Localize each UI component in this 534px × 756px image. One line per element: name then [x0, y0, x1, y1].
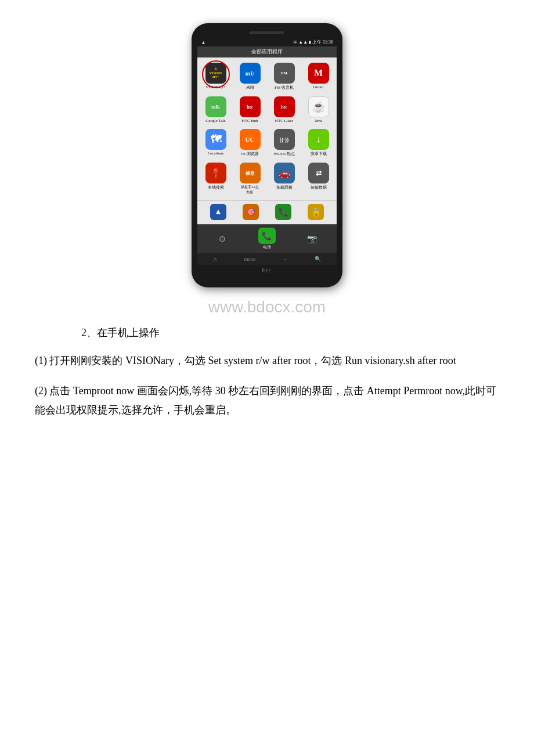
- app-locations-icon: 🗺: [205, 129, 226, 150]
- app-dashboard-label: 车载面板: [276, 185, 293, 190]
- app-locations[interactable]: 🗺 Locations: [199, 126, 233, 160]
- instruction-1: (1) 打开刚刚安装的 VISIONary，勾选 Set system r/w …: [35, 351, 456, 370]
- app-dashboard[interactable]: 🚗 车载面板: [267, 160, 301, 198]
- app-htchub[interactable]: htc HTC Hub: [233, 93, 267, 126]
- app-uc-icon: UC: [240, 129, 261, 150]
- watermark: www.bdocx.com: [35, 298, 499, 316]
- app-grid: ⚠VISIONary+ VISIONary+ mi: 米聊 FM: [197, 57, 337, 200]
- app-gmail-label: Gmail: [313, 85, 324, 89]
- app-htclikes-icon: htc: [274, 96, 295, 117]
- app-htclikes[interactable]: htc HTC Likes: [267, 93, 301, 126]
- hw-menu[interactable]: menu: [244, 256, 255, 262]
- app-anzhi-label: 安卓下载: [311, 151, 327, 157]
- phone-wrapper: ▲ ≋ ▲▲ ▮ 上午 11:36 全部应用程序: [35, 23, 499, 287]
- app-fm[interactable]: FM FM 收音机: [267, 60, 301, 93]
- app-fm-icon: FM: [274, 63, 295, 84]
- app-uc[interactable]: UC UC浏览器: [233, 126, 267, 160]
- app-gmail[interactable]: M Gmail: [301, 60, 335, 93]
- app-visionary-icon: ⚠VISIONary+: [205, 63, 226, 84]
- app-java-icon: ☕: [308, 96, 329, 117]
- app-extra1[interactable]: ▲: [209, 203, 228, 222]
- phone-device: ▲ ≋ ▲▲ ▮ 上午 11:36 全部应用程序: [192, 23, 342, 287]
- app-transfer-icon: ⇄: [308, 163, 329, 183]
- app-extra2[interactable]: 🎯: [241, 203, 260, 222]
- status-left: ▲: [201, 39, 206, 45]
- dock-back[interactable]: ⊙: [214, 231, 231, 247]
- app-htchub-icon: htc: [240, 96, 261, 117]
- dock-phone-icon: 📞: [258, 228, 276, 244]
- page-content: ▲ ≋ ▲▲ ▮ 上午 11:36 全部应用程序: [35, 23, 499, 431]
- phone-speaker: [250, 31, 284, 34]
- status-right: ≋ ▲▲ ▮ 上午 11:36: [293, 39, 333, 45]
- app-extra1-icon: ▲: [210, 204, 226, 220]
- wifi-icon: ≋: [293, 39, 297, 45]
- phone-dock: ⊙ 📞 电话 📷: [197, 224, 337, 253]
- app-dashboard-icon: 🚗: [274, 163, 295, 183]
- app-wlan[interactable]: ((·)) WLAN 热点: [267, 126, 301, 160]
- hw-home[interactable]: △: [213, 256, 217, 262]
- dock-camera-icon: 📷: [303, 231, 320, 247]
- phone-top-bar: [197, 31, 337, 34]
- battery-icon: ▮: [309, 40, 311, 45]
- section-title: 2、在手机上操作: [81, 326, 160, 340]
- app-local[interactable]: 📍 本地搜索: [199, 160, 233, 198]
- dock-phone-label: 电话: [263, 244, 271, 250]
- time-display: 上午 11:36: [312, 39, 333, 45]
- app-extra2-icon: 🎯: [243, 204, 259, 220]
- hw-back[interactable]: ←: [283, 256, 288, 262]
- extra-row: ▲ 🎯 📞 🔒: [197, 200, 337, 224]
- app-fm-label: FM 收音机: [275, 85, 294, 91]
- app-htclikes-label: HTC Likes: [275, 118, 293, 123]
- app-wlan-icon: ((·)): [274, 129, 295, 150]
- app-local-icon: 📍: [205, 163, 226, 183]
- app-local-label: 本地搜索: [208, 185, 224, 190]
- app-java[interactable]: ☕ Java: [301, 93, 335, 126]
- app-visionary-label: VISIONary+: [206, 85, 226, 89]
- app-extra4[interactable]: 🔒: [306, 203, 325, 222]
- app-anzhi[interactable]: ↓ 安卓下载: [301, 126, 335, 160]
- app-gtalk[interactable]: talk Google Talk: [199, 93, 233, 126]
- app-htchub-label: HTC Hub: [242, 118, 258, 123]
- app-grid-title: 全部应用程序: [197, 46, 337, 57]
- signal-icon: ▲▲: [298, 39, 308, 45]
- dock-camera[interactable]: 📷: [303, 231, 320, 247]
- app-transfer-label: 传输数据: [311, 185, 327, 190]
- dock-phone[interactable]: 📞 电话: [258, 228, 276, 250]
- hardware-buttons: △ menu ← 🔍: [197, 253, 337, 265]
- app-miliao[interactable]: mi: 米聊: [233, 60, 267, 93]
- app-locations-label: Locations: [208, 151, 224, 156]
- app-java-label: Java: [315, 118, 322, 123]
- app-disk[interactable]: 操盘 操盘手L2主力版: [233, 160, 267, 198]
- app-extra4-icon: 🔒: [308, 204, 324, 220]
- warning-icon: ▲: [201, 39, 206, 45]
- htc-logo: htc: [197, 265, 337, 276]
- instruction-2: (2) 点击 Temproot now 画面会闪烁,等待 30 秒左右回到刚刚的…: [35, 381, 499, 419]
- app-miliao-label: 米聊: [246, 85, 254, 91]
- hw-search[interactable]: 🔍: [315, 256, 321, 262]
- dock-back-icon: ⊙: [214, 231, 231, 247]
- status-bar: ▲ ≋ ▲▲ ▮ 上午 11:36: [197, 38, 337, 46]
- app-disk-label: 操盘手L2主力版: [241, 185, 259, 195]
- app-transfer[interactable]: ⇄ 传输数据: [301, 160, 335, 198]
- app-disk-icon: 操盘: [240, 163, 261, 183]
- app-uc-label: UC浏览器: [241, 151, 259, 157]
- app-gmail-icon: M: [308, 63, 329, 84]
- app-visionary[interactable]: ⚠VISIONary+ VISIONary+: [199, 60, 233, 93]
- app-anzhi-icon: ↓: [308, 129, 329, 150]
- app-gtalk-icon: talk: [205, 96, 226, 117]
- app-wlan-label: WLAN 热点: [273, 151, 295, 157]
- app-extra3-icon: 📞: [275, 204, 291, 220]
- phone-screen: ▲ ≋ ▲▲ ▮ 上午 11:36 全部应用程序: [197, 38, 337, 276]
- app-gtalk-label: Google Talk: [205, 118, 226, 123]
- app-miliao-icon: mi:: [240, 63, 261, 84]
- app-extra3[interactable]: 📞: [274, 203, 293, 222]
